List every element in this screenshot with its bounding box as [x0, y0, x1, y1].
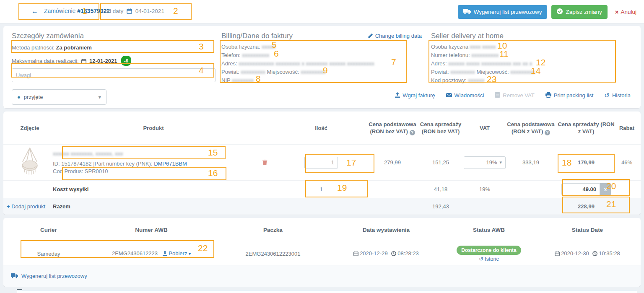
order-label: Zamówienie	[44, 8, 75, 14]
product-vat-select[interactable]: 19% ▾	[464, 156, 506, 169]
pencil-icon	[368, 33, 373, 39]
x-icon: ×	[615, 9, 619, 15]
printer-icon	[545, 92, 551, 99]
delivery-address-label: Adres:	[431, 60, 447, 67]
order-details-card: Szczegóły zamówienia Metoda płatności: Z…	[3, 26, 641, 108]
delivery-city-value-redacted: xxxxxxxxx	[510, 69, 535, 75]
order-status-value: przyjęte	[24, 94, 43, 100]
calendar-icon	[353, 251, 358, 257]
delivery-postcode-line: Kod pocztowy: xxxxxx	[431, 76, 631, 85]
payment-method-line: Metoda płatności: Za pobraniem	[12, 44, 216, 52]
add-product-link[interactable]: + Dodaj produkt	[7, 203, 53, 210]
generate-waybill-label: Wygeneruj list przewozowy	[474, 9, 542, 15]
upload-invoice-link[interactable]: Wgraj fakturę	[395, 92, 435, 99]
calendar-icon	[127, 8, 132, 15]
header-awb-status: Status AWB	[439, 227, 539, 233]
print-packing-list-label: Print packing list	[554, 92, 594, 99]
billing-phone-line: Telefon: xxxxxxxxxx	[221, 51, 422, 60]
awb-history-link[interactable]: ↺ Istoric	[439, 256, 539, 262]
delivery-person-value-redacted: xxxx xxxxx	[470, 44, 496, 50]
delivery-phone-value-redacted: xxxxxxxxxx	[471, 52, 499, 58]
billing-person-value-redacted: xxxxx	[262, 44, 275, 50]
question-circle-icon[interactable]: ?	[545, 130, 550, 135]
products-table-header: Zdjęcie Produkt Ilość Cena podstawowa (R…	[3, 111, 641, 144]
shipping-vat: 19%	[464, 186, 506, 192]
awb-status-badge: Dostarczone do klienta	[457, 246, 521, 255]
cutoff-next-card	[17, 290, 637, 293]
change-billing-link[interactable]: Change billing data	[368, 33, 422, 39]
remove-vat-link: Remove VAT	[495, 92, 534, 99]
chevron-down-icon: ▾	[98, 94, 101, 100]
print-packing-list-link[interactable]: Print packing list	[545, 92, 594, 99]
notes-input[interactable]	[12, 68, 216, 82]
save-changes-button[interactable]: Zapisz zmiany	[551, 5, 607, 19]
totals-row: + Dodaj produkt Razem 192,43 228,99	[3, 198, 641, 215]
cancel-button[interactable]: × Anuluj	[615, 9, 636, 15]
billing-person-label: Osoba fizyczna:	[221, 44, 260, 50]
product-base-gross: 333,19	[506, 159, 556, 166]
awb-status-datetime: 2020-12-30 10:35:28	[539, 250, 636, 257]
chevron-down-icon: ▾	[189, 252, 191, 256]
awb-history-label: Istoric	[485, 256, 499, 262]
awb-package: 2EMG2430612223001	[212, 251, 334, 257]
product-photo[interactable]	[7, 147, 53, 178]
billing-address-value-redacted: xxxxxxxxxxxxx xxxxxxxxx x xxxxxxxx xxxxx…	[239, 60, 374, 67]
messages-label: Wiadomości	[454, 92, 484, 99]
check-circle-icon	[557, 8, 563, 16]
billing-address-label: Adres:	[221, 60, 237, 67]
generate-waybill-footer-link[interactable]: Wygeneruj list przewozowy	[11, 273, 87, 279]
header-sale-net: Cena sprzedaży (RON bez VAT)	[418, 121, 464, 135]
billing-county-label: Powiat:	[221, 69, 239, 75]
order-date-label: od daty	[105, 8, 123, 14]
shipping-price-clear-button[interactable]: x	[600, 183, 611, 195]
billing-address-line: Adres: xxxxxxxxxxxxx xxxxxxxxx x xxxxxxx…	[221, 60, 422, 68]
history-icon: ↺	[479, 257, 483, 262]
deadline-label: Maksymalna data realizacji:	[12, 58, 79, 64]
header-issue-date: Data wystawienia	[334, 227, 439, 233]
envelope-icon	[446, 93, 452, 98]
awb-footer: Wygeneruj list przewozowy	[3, 265, 641, 287]
header-package: Paczka	[212, 227, 334, 233]
calendar-icon	[81, 59, 86, 65]
back-arrow-icon[interactable]: ←	[31, 8, 38, 15]
delete-product-button[interactable]	[254, 159, 275, 166]
billing-county-value-redacted: xxxxxxxxx	[241, 69, 265, 75]
shipping-price-input[interactable]	[561, 183, 600, 195]
shipping-row: Koszt wysyłki 1 41,18 19% x	[3, 180, 641, 198]
order-date-field[interactable]: od daty 04-01-2021	[105, 8, 164, 15]
save-changes-label: Zapisz zmiany	[566, 9, 602, 15]
generate-waybill-button[interactable]: Wygeneruj list przewozowy	[458, 5, 548, 19]
delivery-phone-label: Numer telefonu:	[431, 52, 470, 58]
change-billing-label: Change billing data	[375, 33, 422, 39]
deadline-days-badge: -6	[121, 56, 131, 66]
order-status-select[interactable]: ● przyjęte ▾	[12, 89, 106, 105]
delivery-county-label: Powiat:	[431, 69, 449, 75]
billing-nip-label: NIP	[221, 77, 230, 83]
top-toolbar: ← Zamówienie #183579022 od daty 04-01-20…	[0, 0, 644, 23]
order-date-value: 04-01-2021	[135, 8, 164, 14]
question-circle-icon[interactable]: ?	[410, 130, 415, 135]
calendar-icon	[555, 251, 560, 257]
truck-icon	[463, 9, 471, 16]
header-qty: Ilość	[275, 124, 367, 132]
delivery-city-label: Miejscowość:	[476, 69, 509, 75]
cancel-label: Anuluj	[621, 9, 636, 15]
product-name-redacted[interactable]: xxxxxx xxxxxxxx, xxxxxx, xxx	[53, 150, 254, 157]
download-awb-label: Pobierz	[169, 250, 187, 257]
download-icon	[163, 251, 167, 257]
history-link[interactable]: ↺ Historia	[604, 92, 631, 99]
delivery-title: Seller delivery at home	[431, 32, 631, 40]
delivery-address-line: Adres: xxxxxx xxxxx xxxxxxxxxxx xxx xx x	[431, 60, 631, 68]
order-breadcrumb[interactable]: ← Zamówienie #183579022	[31, 8, 110, 15]
product-pnk-link[interactable]: DMP671BBM	[154, 161, 187, 167]
awb-issue-datetime: 2020-12-29 08:28:23	[334, 250, 439, 257]
delivery-postcode-label: Kod pocztowy:	[431, 77, 467, 83]
hanging-chair-image	[18, 147, 41, 177]
product-qty-input[interactable]	[304, 157, 338, 169]
history-label: Historia	[612, 92, 631, 99]
download-awb-link[interactable]: Pobierz ▾	[163, 250, 191, 257]
messages-link[interactable]: Wiadomości	[446, 92, 484, 99]
product-row: xxxxxx xxxxxxxx, xxxxxx, xxx ID: 1517874…	[3, 144, 641, 180]
payment-method-value: Za pobraniem	[56, 44, 92, 51]
awb-card: Curier Numer AWB Paczka Data wystawienia…	[3, 218, 641, 287]
